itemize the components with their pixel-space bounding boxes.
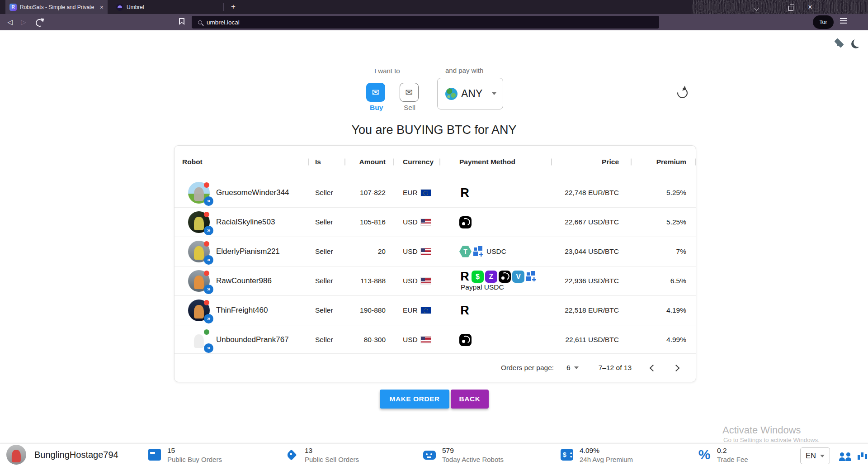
robot-nickname: UnboundedPrank767 xyxy=(216,335,289,344)
stat-value: 15 xyxy=(167,446,222,455)
status-dot xyxy=(204,300,209,305)
previous-page-button[interactable] xyxy=(650,364,657,371)
status-dot xyxy=(204,212,209,217)
url-text: umbrel.local xyxy=(207,19,240,26)
forward-button[interactable]: ▷ xyxy=(19,18,28,27)
payment-icons: R$ZV xyxy=(459,271,538,283)
fast-trade-badge-icon: » xyxy=(204,343,213,353)
payment-icons xyxy=(459,334,472,346)
order-side: Seller xyxy=(309,247,345,256)
fast-trade-badge-icon: » xyxy=(204,285,213,294)
fast-trade-badge-icon: » xyxy=(204,226,213,235)
currency-flag-icon xyxy=(421,307,431,314)
stat-label: Today Active Robots xyxy=(442,455,504,464)
currency-code: EUR xyxy=(403,189,418,197)
tor-pattern-decoration xyxy=(692,0,868,14)
refresh-orders-button[interactable] xyxy=(677,87,688,98)
order-price: 22,518 EUR/BTC xyxy=(552,306,632,314)
bookmark-icon[interactable] xyxy=(179,18,184,25)
payment-icons: R xyxy=(459,187,470,199)
status-dot xyxy=(204,182,209,188)
back-button-page[interactable]: BACK xyxy=(451,390,489,409)
order-premium: 6.5% xyxy=(632,277,696,285)
column-header-price[interactable]: Price xyxy=(552,158,632,166)
tab-umbrel[interactable]: Umbrel xyxy=(112,0,171,14)
tether-payment-icon: T xyxy=(459,246,472,258)
stat-label: Public Buy Orders xyxy=(167,455,222,464)
buy-envelope-icon: ✉ xyxy=(372,87,380,98)
window-restore-button[interactable] xyxy=(787,3,796,12)
stat-value: 579 xyxy=(442,446,504,455)
url-bar[interactable]: umbrel.local xyxy=(192,16,659,29)
currency-code: USD xyxy=(403,336,418,344)
stat-public-buy-orders: 15 Public Buy Orders xyxy=(148,446,222,464)
current-robot[interactable]: BunglingHostage794 xyxy=(6,445,118,465)
current-robot-name: BunglingHostage794 xyxy=(34,450,118,460)
order-row[interactable]: » GruesomeWinder344 Seller 107-822 EUR R… xyxy=(175,178,696,207)
dark-mode-toggle-icon[interactable] xyxy=(854,38,863,47)
new-tab-button[interactable]: + xyxy=(228,1,239,12)
currency-flag-icon xyxy=(421,219,431,225)
reload-button[interactable] xyxy=(34,18,43,27)
column-header-is[interactable]: Is xyxy=(309,158,345,166)
window-close-button[interactable]: × xyxy=(806,3,815,12)
sell-toggle-button[interactable]: ✉ xyxy=(400,83,419,102)
orders-per-page-label: Orders per page: xyxy=(501,364,554,372)
payment-currency-value: ANY xyxy=(461,88,482,100)
tab-separator xyxy=(223,3,224,11)
browser-chrome: R RoboSats - Simple and Private Bit × Um… xyxy=(0,0,868,30)
order-premium: 4.99% xyxy=(632,336,696,344)
tab-bar: R RoboSats - Simple and Private Bit × Um… xyxy=(0,0,868,14)
order-book-card: Robot Is Amount Currency Payment Method … xyxy=(174,145,696,382)
pagination-bar: Orders per page: 6 7–12 of 13 xyxy=(175,353,696,382)
activate-windows-watermark-sub: Go to Settings to activate Windows. xyxy=(723,437,820,443)
stat-value: 13 xyxy=(305,446,359,455)
menu-hamburger-icon[interactable] xyxy=(840,18,847,24)
current-robot-avatar xyxy=(6,445,26,465)
cashapp-payment-icon: $ xyxy=(472,271,484,283)
payment-methods xyxy=(440,216,552,228)
order-row[interactable]: » ThinFreight460 Seller 190-880 EUR R 22… xyxy=(175,295,696,325)
tab-robosats[interactable]: R RoboSats - Simple and Private Bit × xyxy=(5,0,108,14)
window-minimize-button[interactable] xyxy=(752,3,761,12)
orders-per-page-select[interactable]: 6 xyxy=(566,364,571,372)
tor-circuit-button[interactable]: Tor xyxy=(813,15,834,29)
order-amount: 20 xyxy=(345,247,394,256)
order-row[interactable]: » ElderlyPianism221 Seller 20 USD T USDC… xyxy=(175,237,696,266)
order-amount: 190-880 xyxy=(345,306,394,314)
stat-24h-avg-premium: $ 4.09% 24h Avg Premium xyxy=(561,446,633,464)
column-header-premium[interactable]: Premium xyxy=(632,158,696,166)
comet-payment-icon xyxy=(459,216,472,228)
robot-nickname: RawCounter986 xyxy=(216,276,272,285)
payment-methods: R xyxy=(440,304,552,317)
umbrel-favicon-icon xyxy=(116,4,123,11)
order-row[interactable]: » RacialSkyline503 Seller 105-816 USD 22… xyxy=(175,207,696,237)
robot-nickname: RacialSkyline503 xyxy=(216,218,275,227)
column-header-robot[interactable]: Robot xyxy=(175,158,309,166)
order-row[interactable]: » RawCounter986 Seller 113-888 USD R$ZV … xyxy=(175,266,696,295)
robot-nickname: ElderlyPianism221 xyxy=(216,247,280,256)
column-header-currency[interactable]: Currency xyxy=(394,158,440,166)
order-row[interactable]: » UnboundedPrank767 Seller 80-300 USD 22… xyxy=(175,325,696,354)
payment-methods: T USDC xyxy=(440,246,552,258)
exchange-summary-chart-icon[interactable] xyxy=(857,451,867,461)
buy-toggle-button[interactable]: ✉ xyxy=(366,83,385,102)
payment-currency-select[interactable]: ANY xyxy=(437,78,503,109)
make-order-button[interactable]: MAKE ORDER xyxy=(380,390,449,409)
chevron-down-icon[interactable] xyxy=(574,366,579,369)
community-people-icon[interactable] xyxy=(839,452,852,462)
order-side: Seller xyxy=(309,277,345,285)
column-header-amount[interactable]: Amount xyxy=(345,158,394,166)
column-header-payment-method[interactable]: Payment Method xyxy=(440,158,552,166)
order-side: Seller xyxy=(309,306,345,314)
language-select[interactable]: EN xyxy=(800,447,830,464)
learn-robosats-icon[interactable] xyxy=(833,38,846,48)
close-tab-icon[interactable]: × xyxy=(100,4,104,11)
order-premium: 5.25% xyxy=(632,218,696,226)
page-title: You are BUYING BTC for ANY xyxy=(0,123,868,137)
back-button[interactable]: ◁ xyxy=(5,18,14,27)
percent-icon: % xyxy=(698,449,711,461)
order-currency: USD xyxy=(394,336,440,344)
currency-flag-icon xyxy=(421,337,431,343)
next-page-button[interactable] xyxy=(673,364,680,371)
